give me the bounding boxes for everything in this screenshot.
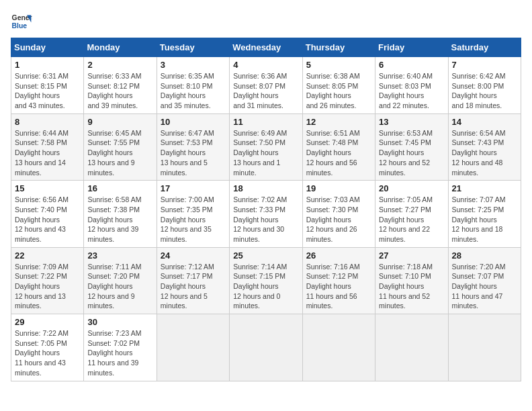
day-info: Sunrise: 7:16 AMSunset: 7:12 PMDaylight … [306, 262, 371, 311]
calendar-cell: 29Sunrise: 7:22 AMSunset: 7:05 PMDayligh… [11, 314, 84, 381]
day-number: 6 [379, 60, 444, 70]
calendar-cell: 20Sunrise: 7:05 AMSunset: 7:27 PMDayligh… [375, 181, 448, 247]
day-info: Sunrise: 7:02 AMSunset: 7:33 PMDaylight … [233, 195, 298, 244]
weekday-header-saturday: Saturday [448, 38, 521, 57]
day-number: 13 [379, 117, 444, 127]
calendar-cell: 5Sunrise: 6:38 AMSunset: 8:05 PMDaylight… [302, 57, 375, 114]
weekday-header-tuesday: Tuesday [157, 38, 229, 57]
day-info: Sunrise: 7:07 AMSunset: 7:25 PMDaylight … [452, 195, 517, 244]
calendar-cell: 24Sunrise: 7:12 AMSunset: 7:17 PMDayligh… [157, 247, 229, 314]
calendar-cell [157, 314, 229, 381]
day-number: 23 [87, 250, 152, 261]
day-info: Sunrise: 6:35 AMSunset: 8:10 PMDaylight … [161, 71, 226, 111]
calendar-cell: 15Sunrise: 6:56 AMSunset: 7:40 PMDayligh… [11, 181, 84, 247]
calendar-cell: 8Sunrise: 6:44 AMSunset: 7:58 PMDaylight… [11, 113, 84, 180]
day-number: 26 [306, 250, 371, 261]
calendar-cell: 26Sunrise: 7:16 AMSunset: 7:12 PMDayligh… [302, 247, 375, 314]
calendar-cell: 2Sunrise: 6:33 AMSunset: 8:12 PMDaylight… [84, 57, 157, 114]
day-number: 14 [452, 117, 517, 127]
svg-text:Blue: Blue [12, 22, 28, 30]
calendar-cell: 21Sunrise: 7:07 AMSunset: 7:25 PMDayligh… [448, 181, 521, 247]
day-info: Sunrise: 6:56 AMSunset: 7:40 PMDaylight … [15, 195, 80, 244]
day-info: Sunrise: 6:42 AMSunset: 8:00 PMDaylight … [452, 71, 517, 111]
day-number: 9 [87, 117, 152, 127]
calendar-cell: 17Sunrise: 7:00 AMSunset: 7:35 PMDayligh… [157, 181, 229, 247]
day-info: Sunrise: 7:12 AMSunset: 7:17 PMDaylight … [161, 262, 226, 311]
day-number: 7 [452, 60, 517, 70]
calendar-cell [230, 314, 302, 381]
day-info: Sunrise: 7:20 AMSunset: 7:07 PMDaylight … [452, 262, 517, 311]
day-info: Sunrise: 6:33 AMSunset: 8:12 PMDaylight … [87, 71, 152, 111]
day-info: Sunrise: 6:47 AMSunset: 7:53 PMDaylight … [161, 128, 226, 177]
day-info: Sunrise: 6:36 AMSunset: 8:07 PMDaylight … [233, 71, 298, 111]
day-number: 18 [233, 183, 298, 193]
day-number: 30 [87, 317, 152, 327]
calendar-cell: 27Sunrise: 7:18 AMSunset: 7:10 PMDayligh… [375, 247, 448, 314]
day-number: 11 [233, 117, 298, 127]
day-number: 3 [161, 60, 226, 70]
day-number: 20 [379, 183, 444, 193]
calendar-cell: 16Sunrise: 6:58 AMSunset: 7:38 PMDayligh… [84, 181, 157, 247]
calendar-cell: 11Sunrise: 6:49 AMSunset: 7:50 PMDayligh… [230, 113, 302, 180]
day-number: 16 [87, 183, 152, 193]
day-info: Sunrise: 7:00 AMSunset: 7:35 PMDaylight … [161, 195, 226, 244]
day-info: Sunrise: 6:54 AMSunset: 7:43 PMDaylight … [452, 128, 517, 177]
calendar-table: SundayMondayTuesdayWednesdayThursdayFrid… [11, 38, 521, 381]
calendar-cell: 13Sunrise: 6:53 AMSunset: 7:45 PMDayligh… [375, 113, 448, 180]
day-info: Sunrise: 6:38 AMSunset: 8:05 PMDaylight … [306, 71, 371, 111]
calendar-cell: 6Sunrise: 6:40 AMSunset: 8:03 PMDaylight… [375, 57, 448, 114]
day-info: Sunrise: 7:11 AMSunset: 7:20 PMDaylight … [87, 262, 152, 311]
day-number: 10 [161, 117, 226, 127]
day-number: 1 [15, 60, 80, 70]
calendar-cell: 25Sunrise: 7:14 AMSunset: 7:15 PMDayligh… [230, 247, 302, 314]
day-info: Sunrise: 6:51 AMSunset: 7:48 PMDaylight … [306, 128, 371, 177]
day-number: 5 [306, 60, 371, 70]
day-info: Sunrise: 7:03 AMSunset: 7:30 PMDaylight … [306, 195, 371, 244]
calendar-cell: 3Sunrise: 6:35 AMSunset: 8:10 PMDaylight… [157, 57, 229, 114]
calendar-cell [302, 314, 375, 381]
day-info: Sunrise: 7:22 AMSunset: 7:05 PMDaylight … [15, 328, 80, 377]
calendar-cell: 30Sunrise: 7:23 AMSunset: 7:02 PMDayligh… [84, 314, 157, 381]
day-number: 12 [306, 117, 371, 127]
day-number: 27 [379, 250, 444, 261]
day-number: 4 [233, 60, 298, 70]
weekday-header-monday: Monday [84, 38, 157, 57]
weekday-header-thursday: Thursday [302, 38, 375, 57]
calendar-cell: 22Sunrise: 7:09 AMSunset: 7:22 PMDayligh… [11, 247, 84, 314]
calendar-cell: 19Sunrise: 7:03 AMSunset: 7:30 PMDayligh… [302, 181, 375, 247]
weekday-header-wednesday: Wednesday [230, 38, 302, 57]
weekday-header-friday: Friday [375, 38, 448, 57]
day-info: Sunrise: 6:31 AMSunset: 8:15 PMDaylight … [15, 71, 80, 111]
day-number: 15 [15, 183, 80, 193]
day-number: 29 [15, 317, 80, 327]
day-info: Sunrise: 6:49 AMSunset: 7:50 PMDaylight … [233, 128, 298, 177]
calendar-cell [448, 314, 521, 381]
day-info: Sunrise: 7:05 AMSunset: 7:27 PMDaylight … [379, 195, 444, 244]
calendar-cell: 1Sunrise: 6:31 AMSunset: 8:15 PMDaylight… [11, 57, 84, 114]
day-number: 2 [87, 60, 152, 70]
day-number: 22 [15, 250, 80, 261]
day-info: Sunrise: 7:18 AMSunset: 7:10 PMDaylight … [379, 262, 444, 311]
calendar-cell: 23Sunrise: 7:11 AMSunset: 7:20 PMDayligh… [84, 247, 157, 314]
calendar-cell: 4Sunrise: 6:36 AMSunset: 8:07 PMDaylight… [230, 57, 302, 114]
day-info: Sunrise: 6:40 AMSunset: 8:03 PMDaylight … [379, 71, 444, 111]
calendar-cell: 9Sunrise: 6:45 AMSunset: 7:55 PMDaylight… [84, 113, 157, 180]
day-number: 28 [452, 250, 517, 261]
day-number: 24 [161, 250, 226, 261]
day-number: 21 [452, 183, 517, 193]
calendar-cell: 14Sunrise: 6:54 AMSunset: 7:43 PMDayligh… [448, 113, 521, 180]
day-info: Sunrise: 6:53 AMSunset: 7:45 PMDaylight … [379, 128, 444, 177]
weekday-header-sunday: Sunday [11, 38, 84, 57]
day-info: Sunrise: 6:44 AMSunset: 7:58 PMDaylight … [15, 128, 80, 177]
logo: General Blue [11, 11, 32, 32]
day-info: Sunrise: 7:23 AMSunset: 7:02 PMDaylight … [87, 328, 152, 377]
day-number: 17 [161, 183, 226, 193]
day-info: Sunrise: 7:09 AMSunset: 7:22 PMDaylight … [15, 262, 80, 311]
calendar-cell: 10Sunrise: 6:47 AMSunset: 7:53 PMDayligh… [157, 113, 229, 180]
day-number: 19 [306, 183, 371, 193]
calendar-cell: 12Sunrise: 6:51 AMSunset: 7:48 PMDayligh… [302, 113, 375, 180]
day-number: 8 [15, 117, 80, 127]
calendar-cell: 28Sunrise: 7:20 AMSunset: 7:07 PMDayligh… [448, 247, 521, 314]
day-info: Sunrise: 6:45 AMSunset: 7:55 PMDaylight … [87, 128, 152, 177]
calendar-cell [375, 314, 448, 381]
